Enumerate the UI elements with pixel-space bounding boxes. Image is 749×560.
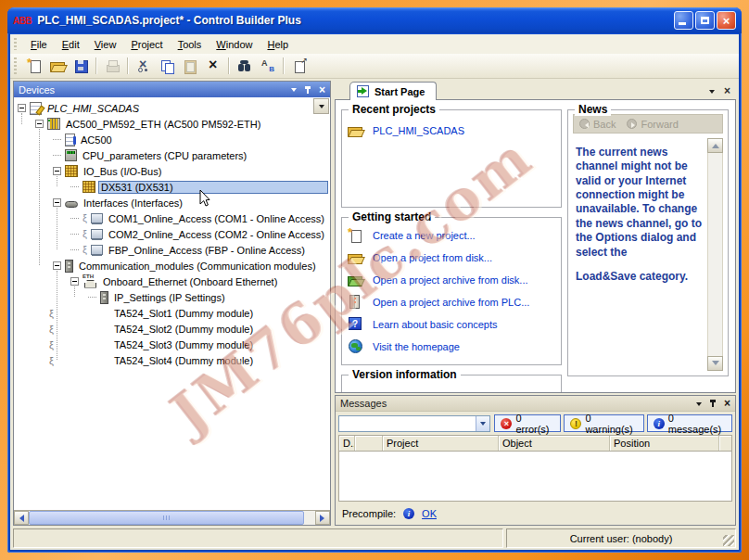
collapse-icon[interactable] [35, 120, 44, 128]
errors-filter-button[interactable]: × 0 error(s) [494, 414, 561, 432]
app-window: ABB PLC_HMI_SCADAS.project* - Control Bu… [7, 7, 742, 553]
main-toolbar [10, 54, 739, 79]
open-project-button[interactable] [46, 56, 69, 76]
tree-item-communication-modules[interactable]: Communication_modules (Communication mod… [14, 258, 330, 274]
cut-button[interactable] [133, 56, 155, 76]
export-button[interactable] [288, 56, 311, 76]
tree-item-cpu-parameters[interactable]: CPU_parameters (CPU parameters) [14, 147, 330, 163]
plc-logic-icon [65, 134, 75, 146]
menu-help[interactable]: Help [260, 36, 296, 53]
copy-icon [159, 58, 174, 73]
column-description[interactable]: D.. [339, 436, 355, 451]
tree-item-com2-online-access[interactable]: COM2_Online_Access (COM2 - Online Access… [14, 226, 330, 242]
close-icon[interactable]: × [724, 398, 730, 409]
column-blank[interactable] [355, 436, 383, 451]
menu-edit[interactable]: Edit [55, 36, 87, 53]
tree-item-ac500[interactable]: AC500 [14, 132, 330, 147]
collapse-icon[interactable] [53, 198, 61, 207]
vertical-scrollbar[interactable] [707, 138, 723, 371]
delete-button[interactable] [202, 56, 224, 76]
minimize-button[interactable] [674, 11, 693, 30]
devices-panel-header: Devices × [14, 82, 330, 97]
precompile-ok-link[interactable]: OK [422, 508, 437, 519]
menu-view[interactable]: View [87, 36, 124, 53]
collapse-icon[interactable] [70, 277, 79, 286]
scroll-right-button[interactable] [315, 511, 330, 525]
tree-item-ip-settings[interactable]: IP_Settings (IP Settings) [14, 289, 330, 305]
create-new-project-link[interactable]: Create a new project... [348, 227, 561, 243]
new-project-button[interactable] [23, 56, 45, 76]
menu-window[interactable]: Window [209, 36, 260, 53]
tree-item-plc-hmi-scadas[interactable]: PLC_HMI_SCADAS [14, 100, 330, 116]
learn-basic-concepts-link[interactable]: ? Learn about basic concepts [348, 316, 561, 332]
find-button[interactable] [234, 56, 256, 76]
copy-button[interactable] [156, 56, 178, 76]
message-category-dropdown[interactable] [338, 415, 490, 432]
dropdown-button[interactable] [476, 416, 489, 431]
column-position[interactable]: Position [610, 436, 719, 451]
tree-dropdown-button[interactable] [313, 98, 329, 114]
resize-grip[interactable] [723, 535, 734, 546]
tree-item-ta524-slot1[interactable]: ξ TA524_Slot1 (Dummy module) [14, 305, 330, 321]
collapse-icon[interactable] [53, 261, 61, 270]
scrollbar-thumb[interactable] [29, 511, 304, 525]
maximize-button[interactable] [695, 11, 715, 30]
tree-item-ta524-slot3[interactable]: ξ TA524_Slot3 (Dummy module) [14, 337, 330, 352]
collapse-icon[interactable] [18, 104, 26, 112]
horizontal-scrollbar[interactable] [14, 510, 330, 525]
error-icon: × [501, 418, 512, 429]
tab-start-page[interactable]: Start Page [349, 82, 437, 100]
tree-item-ta524-slot2[interactable]: ξ TA524_Slot2 (Dummy module) [14, 321, 330, 337]
chevron-down-icon[interactable] [696, 402, 702, 409]
collapse-icon[interactable] [53, 167, 61, 175]
tree-item-ta524-slot4[interactable]: ξ TA524_Slot4 (Dummy module) [14, 352, 330, 368]
open-project-archive-from-plc-link[interactable]: Open a project archive from PLC... [348, 294, 561, 310]
recent-project-link[interactable]: PLC_HMI_SCADAS [373, 125, 464, 136]
visit-homepage-link[interactable]: Visit the homepage [348, 338, 561, 354]
scrollbar-track[interactable] [304, 511, 315, 525]
recent-projects-group: Recent projects PLC_HMI_SCADAS [341, 109, 562, 208]
tree-item-dx531[interactable]: DX531 (DX531) [14, 179, 330, 195]
tree-item-com1-online-access[interactable]: COM1_Online_Access (COM1 - Online Access… [14, 210, 330, 226]
device-tree: PLC_HMI_SCADAS AC500_PM592_ETH (AC500 PM… [14, 97, 330, 510]
column-object[interactable]: Object [499, 436, 610, 451]
group-title: News [575, 103, 611, 116]
print-button[interactable] [101, 56, 123, 76]
tab-list-dropdown-icon[interactable] [709, 90, 715, 96]
messages-filter-button[interactable]: i 0 message(s) [647, 414, 732, 432]
scroll-left-button[interactable] [14, 511, 29, 525]
paste-button[interactable] [179, 56, 201, 76]
back-label: Back [593, 119, 616, 130]
tree-item-onboard-ethernet[interactable]: Onboard_Ethernet (Onboard Ethernet) [14, 274, 330, 289]
scrollbar-track[interactable] [707, 153, 723, 356]
start-page: Recent projects PLC_HMI_SCADAS Getting s… [335, 100, 736, 393]
open-archive-folder-icon [348, 273, 364, 287]
chevron-down-icon[interactable] [291, 88, 297, 95]
menu-tools[interactable]: Tools [171, 36, 209, 53]
warnings-filter-button[interactable]: ! 0 warning(s) [564, 414, 643, 432]
forward-button[interactable] [627, 119, 637, 129]
column-project[interactable]: Project [383, 436, 499, 451]
pin-icon[interactable] [712, 400, 714, 407]
pin-icon[interactable] [307, 86, 309, 94]
replace-button[interactable] [257, 56, 279, 76]
recent-project-item[interactable]: PLC_HMI_SCADAS [348, 123, 561, 138]
tree-item-ac500-pm592-eth[interactable]: AC500_PM592_ETH (AC500 PM592-ETH) [14, 116, 330, 132]
tree-item-fbp-online-access[interactable]: FBP_Online_Access (FBP - Online Access) [14, 242, 330, 258]
close-icon[interactable]: × [319, 84, 325, 95]
globe-icon [349, 339, 362, 353]
tree-item-io-bus[interactable]: IO_Bus (I/O-Bus) [14, 163, 330, 179]
maximize-icon [701, 17, 709, 24]
tree-item-interfaces[interactable]: Interfaces (Interfaces) [14, 195, 330, 210]
close-tab-icon[interactable]: × [724, 85, 730, 96]
tree-guide-line [57, 176, 57, 186]
menu-project[interactable]: Project [123, 36, 170, 53]
open-project-archive-from-disk-link[interactable]: Open a project archive from disk... [348, 272, 561, 287]
save-button[interactable] [70, 56, 92, 76]
close-button[interactable]: × [717, 11, 736, 30]
open-project-from-disk-link[interactable]: Open a project from disk... [348, 249, 561, 265]
scroll-down-button[interactable] [707, 356, 723, 371]
menu-file[interactable]: File [23, 36, 55, 53]
scroll-up-button[interactable] [707, 138, 723, 153]
back-button[interactable] [579, 119, 590, 129]
